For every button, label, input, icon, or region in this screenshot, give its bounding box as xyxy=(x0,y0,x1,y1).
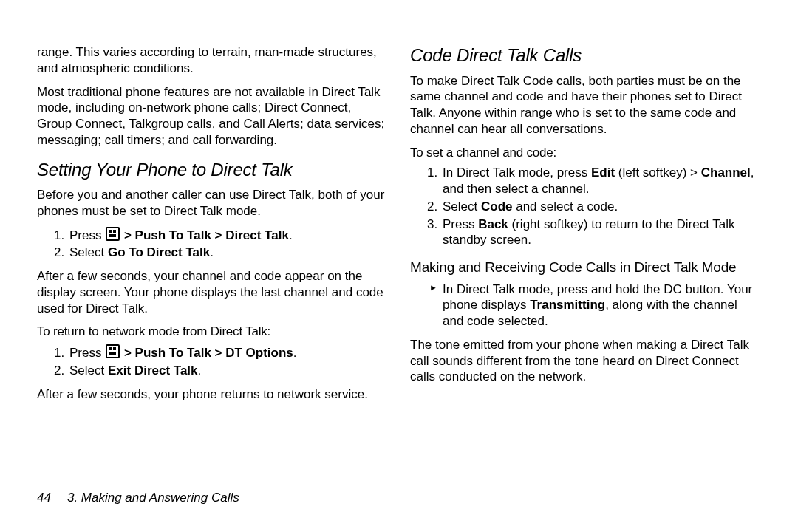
step-text: (left softkey) > xyxy=(615,166,701,180)
ordered-steps: In Direct Talk mode, press Edit (left so… xyxy=(410,165,761,248)
step-text: Press xyxy=(69,346,105,360)
right-column: Code Direct Talk Calls To make Direct Ta… xyxy=(410,44,761,482)
ordered-steps: Press > Push To Talk > DT Options. Selec… xyxy=(37,344,388,379)
chapter-title: 3. Making and Answering Calls xyxy=(67,490,239,506)
step-item: Select Go To Direct Talk. xyxy=(68,245,388,261)
subsection-heading: Making and Receiving Code Calls in Direc… xyxy=(410,259,761,276)
step-item: Select Exit Direct Talk. xyxy=(68,363,388,379)
two-column-layout: range. This varies according to terrain,… xyxy=(37,44,761,482)
step-text: In Direct Talk mode, press xyxy=(443,166,591,180)
subheading: To return to network mode from Direct Ta… xyxy=(37,324,388,340)
step-text: and select a code. xyxy=(512,200,618,214)
step-text: . xyxy=(289,228,293,242)
bullet-item: In Direct Talk mode, press and hold the … xyxy=(429,282,761,330)
body-text: To make Direct Talk Code calls, both par… xyxy=(410,73,761,137)
step-text-bold: Exit Direct Talk xyxy=(108,364,198,378)
step-item: Press Back (right softkey) to return to … xyxy=(441,216,761,249)
body-text: range. This varies according to terrain,… xyxy=(37,44,388,77)
body-text: Before you and another caller can use Di… xyxy=(37,187,388,219)
step-text-bold: > Push To Talk > DT Options xyxy=(120,346,293,360)
step-text: . xyxy=(293,346,297,360)
page-number: 44 xyxy=(37,490,51,506)
body-text: After a few seconds, your channel and co… xyxy=(37,268,388,316)
left-column: range. This varies according to terrain,… xyxy=(37,44,388,482)
menu-key-icon xyxy=(106,227,120,241)
step-item: In Direct Talk mode, press Edit (left so… xyxy=(441,165,761,197)
step-item: Press > Push To Talk > DT Options. xyxy=(68,344,388,361)
step-text: Press xyxy=(443,217,478,231)
step-text: Press xyxy=(69,228,105,242)
section-heading: Code Direct Talk Calls xyxy=(410,44,761,67)
step-text: Select xyxy=(69,245,108,259)
ordered-steps: Press > Push To Talk > Direct Talk. Sele… xyxy=(37,227,388,262)
step-text-bold: Back xyxy=(478,217,508,231)
step-item: Press > Push To Talk > Direct Talk. xyxy=(68,227,388,244)
step-text-bold: Channel xyxy=(701,166,751,180)
step-text-bold: Code xyxy=(481,200,513,214)
step-text: . xyxy=(198,364,202,378)
step-text: Select xyxy=(69,364,108,378)
body-text: After a few seconds, your phone returns … xyxy=(37,386,388,403)
subheading: To set a channel and code: xyxy=(410,145,761,161)
step-text-bold: Edit xyxy=(591,166,615,180)
step-text: . xyxy=(210,245,214,259)
step-text-bold: > Push To Talk > Direct Talk xyxy=(120,228,289,242)
page-footer: 44 3. Making and Answering Calls xyxy=(37,482,761,506)
body-text: Most traditional phone features are not … xyxy=(37,84,388,149)
step-item: Select Code and select a code. xyxy=(441,199,761,215)
menu-key-icon xyxy=(106,344,120,358)
step-text: Select xyxy=(443,200,481,214)
manual-page: range. This varies according to terrain,… xyxy=(0,0,798,532)
bullet-list: In Direct Talk mode, press and hold the … xyxy=(410,282,761,330)
bullet-text-bold: Transmitting xyxy=(530,298,605,312)
body-text: The tone emitted from your phone when ma… xyxy=(410,337,761,385)
step-text-bold: Go To Direct Talk xyxy=(108,245,210,259)
section-heading: Setting Your Phone to Direct Talk xyxy=(37,159,388,182)
